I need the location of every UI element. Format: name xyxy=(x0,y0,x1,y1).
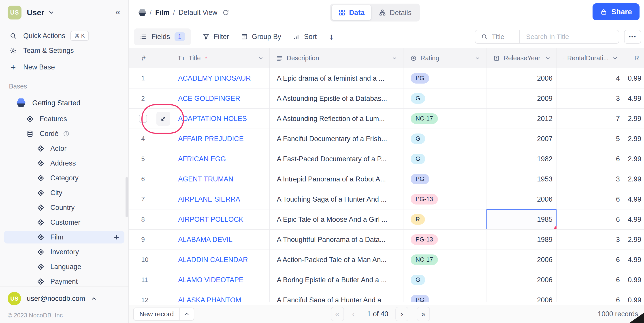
collapse-sidebar-icon[interactable]: « xyxy=(116,8,120,18)
sidebar-item-customer[interactable]: Customer xyxy=(4,216,124,229)
rentalrate-cell[interactable]: 2.99 xyxy=(624,230,644,249)
tab-data[interactable]: Data xyxy=(332,5,371,20)
sidebar-item-cord-[interactable]: Cordé xyxy=(4,127,124,140)
releaseyear-cell[interactable]: 2012 xyxy=(486,109,557,129)
rentalrate-cell[interactable]: 4.99 xyxy=(624,250,644,270)
sidebar-item-city[interactable]: City xyxy=(4,186,124,199)
share-button[interactable]: Share xyxy=(592,3,640,20)
releaseyear-cell[interactable]: 2009 xyxy=(486,89,557,108)
description-cell[interactable]: A Epic drama of a feminist and a ... xyxy=(270,68,404,88)
title-cell[interactable]: ALAMO VIDEOTAPE xyxy=(171,270,270,290)
record-link[interactable]: AFFAIR PREJUDICE xyxy=(178,135,244,143)
team-settings-item[interactable]: Team & Settings xyxy=(0,44,128,57)
chevron-down-icon[interactable] xyxy=(392,55,398,61)
releaseyear-cell[interactable]: 1985 xyxy=(486,209,557,229)
table-row[interactable]: 11 ALAMO VIDEOTAPE A Boring Epistle of a… xyxy=(129,270,644,290)
description-cell[interactable]: A Action-Packed Tale of a Man An... xyxy=(270,250,404,270)
base-getting-started[interactable]: Getting Started xyxy=(0,96,128,109)
description-cell[interactable]: A Thoughtful Panorama of a Data... xyxy=(270,230,404,249)
filter-button[interactable]: Filter xyxy=(202,33,229,41)
description-cell[interactable]: A Intrepid Panorama of a Robot A... xyxy=(270,169,404,189)
rentalduration-cell[interactable]: 6 xyxy=(557,290,624,302)
row-number-cell[interactable]: 3 xyxy=(129,109,171,129)
title-cell[interactable]: ALADDIN CALENDAR xyxy=(171,250,270,270)
prev-page-button[interactable]: ‹ xyxy=(347,307,360,321)
description-cell[interactable]: A Astounding Reflection of a Lum... xyxy=(270,109,404,129)
title-cell[interactable]: AIRPLANE SIERRA xyxy=(171,189,270,209)
description-cell[interactable]: A Boring Epistle of a Butler And a ... xyxy=(270,270,404,290)
table-row[interactable]: 6 AGENT TRUMAN A Intrepid Panorama of a … xyxy=(129,169,644,189)
rentalrate-cell[interactable]: 2.99 xyxy=(624,149,644,169)
column-header-rating[interactable]: Rating xyxy=(404,48,486,68)
row-number-cell[interactable]: 6 xyxy=(129,169,171,189)
chevron-up-icon[interactable] xyxy=(180,308,194,320)
rating-cell[interactable]: PG-13 xyxy=(404,189,486,209)
new-record-button[interactable]: New record xyxy=(133,307,194,320)
description-cell[interactable]: A Fast-Paced Documentary of a P... xyxy=(270,149,404,169)
rentalduration-cell[interactable]: 3 xyxy=(557,169,624,189)
last-page-button[interactable]: » xyxy=(417,307,430,321)
row-number-cell[interactable]: 12 xyxy=(129,290,171,302)
record-link[interactable]: ACE GOLDFINGER xyxy=(178,95,240,103)
chevron-down-icon[interactable] xyxy=(612,55,618,61)
title-cell[interactable]: ALABAMA DEVIL xyxy=(171,230,270,249)
record-link[interactable]: AGENT TRUMAN xyxy=(178,175,234,183)
group-by-button[interactable]: Group By xyxy=(241,33,281,41)
releaseyear-cell[interactable]: 2006 xyxy=(486,290,557,302)
rating-cell[interactable]: G xyxy=(404,89,486,108)
releaseyear-cell[interactable]: 2006 xyxy=(486,189,557,209)
description-cell[interactable]: A Fanciful Documentary of a Frisb... xyxy=(270,129,404,149)
breadcrumb-table[interactable]: Film xyxy=(155,9,170,17)
title-cell[interactable]: AFRICAN EGG xyxy=(171,149,270,169)
releaseyear-cell[interactable]: 2006 xyxy=(486,270,557,290)
refresh-icon[interactable] xyxy=(222,9,229,16)
rating-cell[interactable]: G xyxy=(404,149,486,169)
sidebar-item-category[interactable]: Category xyxy=(4,172,124,184)
rentalduration-cell[interactable]: 6 xyxy=(557,250,624,270)
rentalduration-cell[interactable]: 6 xyxy=(557,189,624,209)
first-page-button[interactable]: « xyxy=(331,307,344,321)
description-cell[interactable]: A Touching Saga of a Hunter And ... xyxy=(270,189,404,209)
row-height-icon[interactable]: ↕ xyxy=(329,32,334,42)
title-cell[interactable]: AIRPORT POLLOCK xyxy=(171,209,270,229)
column-header-description[interactable]: Description xyxy=(270,48,404,68)
table-row[interactable]: 7 AIRPLANE SIERRA A Touching Saga of a H… xyxy=(129,189,644,209)
row-number-cell[interactable]: 7 xyxy=(129,189,171,209)
title-cell[interactable]: AGENT TRUMAN xyxy=(171,169,270,189)
rentalrate-cell[interactable]: 2.99 xyxy=(624,129,644,149)
user-menu[interactable]: US user@nocodb.com xyxy=(8,292,128,305)
rentalrate-cell[interactable]: 4.99 xyxy=(624,209,644,229)
description-cell[interactable]: A Fanciful Saga of a Hunter And a xyxy=(270,290,404,302)
record-link[interactable]: ADAPTATION HOLES xyxy=(178,115,247,123)
rentalduration-cell[interactable]: 6 xyxy=(557,270,624,290)
record-link[interactable]: AIRPLANE SIERRA xyxy=(178,195,240,203)
sidebar-item-address[interactable]: Address xyxy=(4,157,124,170)
rentalduration-cell[interactable]: 4 xyxy=(557,68,624,88)
releaseyear-cell[interactable]: 1989 xyxy=(486,230,557,249)
rentalrate-cell[interactable]: 2.99 xyxy=(624,109,644,129)
rating-cell[interactable]: NC-17 xyxy=(404,250,486,270)
releaseyear-cell[interactable]: 1982 xyxy=(486,149,557,169)
sidebar-item-language[interactable]: Language xyxy=(4,260,124,273)
rentalrate-cell[interactable]: 0.99 xyxy=(624,68,644,88)
sidebar-item-inventory[interactable]: Inventory xyxy=(4,245,124,258)
sidebar-item-actor[interactable]: Actor xyxy=(4,142,124,155)
table-row[interactable]: 10 ALADDIN CALENDAR A Action-Packed Tale… xyxy=(129,250,644,270)
rentalduration-cell[interactable]: 3 xyxy=(557,89,624,108)
table-row[interactable]: 9 ALABAMA DEVIL A Thoughtful Panorama of… xyxy=(129,230,644,250)
quick-actions-item[interactable]: Quick Actions ⌘ K xyxy=(0,29,128,42)
table-row[interactable]: 8 AIRPORT POLLOCK A Epic Tale of a Moose… xyxy=(129,209,644,230)
row-number-cell[interactable]: 10 xyxy=(129,250,171,270)
search-input[interactable] xyxy=(520,33,619,41)
rentalduration-cell[interactable]: 7 xyxy=(557,109,624,129)
sidebar-scrollbar[interactable] xyxy=(126,177,128,217)
more-options-button[interactable]: ••• xyxy=(624,30,641,44)
sidebar-item-features[interactable]: Features xyxy=(4,112,124,125)
rating-cell[interactable]: PG-13 xyxy=(404,230,486,249)
sidebar-item-payment[interactable]: Payment xyxy=(4,275,124,288)
table-row[interactable]: 5 AFRICAN EGG A Fast-Paced Documentary o… xyxy=(129,149,644,169)
row-number-cell[interactable]: 5 xyxy=(129,149,171,169)
chevron-down-icon[interactable] xyxy=(545,55,551,61)
rentalrate-cell[interactable]: 0.99 xyxy=(624,270,644,290)
row-number-cell[interactable]: 9 xyxy=(129,230,171,249)
